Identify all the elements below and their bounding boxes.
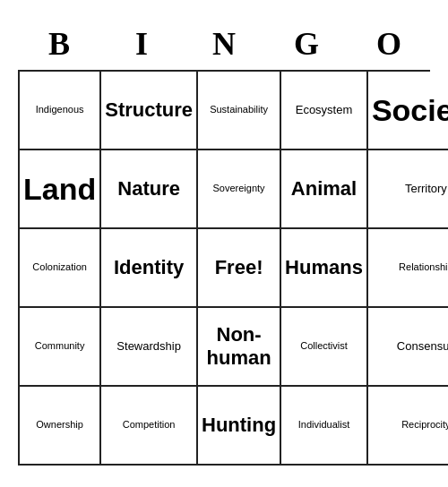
bingo-card: BINGO IndigenousStructureSustainabilityE… bbox=[9, 13, 439, 474]
cell-text: Society bbox=[372, 92, 448, 129]
bingo-cell: Hunting bbox=[198, 387, 281, 466]
header-letter: N bbox=[183, 21, 265, 66]
bingo-cell: Identity bbox=[101, 229, 198, 308]
cell-text: Free! bbox=[215, 256, 263, 279]
cell-text: Sovereignty bbox=[213, 183, 265, 194]
cell-text: Stewardship bbox=[116, 339, 181, 354]
cell-text: Territory bbox=[405, 182, 447, 196]
cell-text: Non-human bbox=[202, 323, 276, 371]
cell-text: Community bbox=[35, 340, 85, 352]
bingo-cell: Territory bbox=[368, 150, 448, 229]
bingo-cell: Non-human bbox=[198, 308, 281, 387]
cell-text: Humans bbox=[285, 256, 363, 279]
bingo-cell: Land bbox=[20, 150, 101, 229]
cell-text: Hunting bbox=[202, 414, 276, 437]
header-letter: O bbox=[348, 21, 430, 66]
cell-text: Land bbox=[23, 171, 96, 208]
bingo-cell: Reciprocity bbox=[368, 387, 448, 466]
bingo-cell: Sovereignty bbox=[198, 150, 281, 229]
bingo-cell: Collectivist bbox=[281, 308, 368, 387]
bingo-cell: Consensus bbox=[368, 308, 448, 387]
bingo-cell: Sustainability bbox=[198, 72, 281, 150]
cell-text: Ecosystem bbox=[296, 103, 353, 117]
bingo-grid: IndigenousStructureSustainabilityEcosyst… bbox=[18, 70, 430, 466]
cell-text: Colonization bbox=[32, 261, 87, 273]
cell-text: Individualist bbox=[298, 419, 349, 431]
bingo-header: BINGO bbox=[18, 21, 430, 66]
cell-text: Consensus bbox=[397, 339, 448, 354]
bingo-cell: Ecosystem bbox=[281, 72, 368, 150]
cell-text: Identity bbox=[114, 256, 184, 279]
cell-text: Animal bbox=[291, 177, 357, 201]
bingo-cell: Colonization bbox=[20, 229, 101, 308]
bingo-cell: Free! bbox=[198, 229, 281, 308]
bingo-cell: Structure bbox=[101, 72, 198, 150]
bingo-cell: Society bbox=[368, 72, 448, 150]
bingo-cell: Community bbox=[20, 308, 101, 387]
header-letter: B bbox=[18, 21, 100, 66]
cell-text: Sustainability bbox=[210, 104, 268, 115]
bingo-cell: Animal bbox=[281, 150, 368, 229]
bingo-cell: Nature bbox=[101, 150, 198, 229]
bingo-cell: Ownership bbox=[20, 387, 101, 466]
bingo-cell: Relationship bbox=[368, 229, 448, 308]
cell-text: Indigenous bbox=[36, 104, 84, 115]
bingo-cell: Indigenous bbox=[20, 72, 101, 150]
cell-text: Collectivist bbox=[300, 340, 348, 352]
bingo-cell: Individualist bbox=[281, 387, 368, 466]
bingo-cell: Competition bbox=[101, 387, 198, 466]
bingo-cell: Stewardship bbox=[101, 308, 198, 387]
cell-text: Nature bbox=[117, 177, 180, 201]
bingo-cell: Humans bbox=[281, 229, 368, 308]
cell-text: Ownership bbox=[36, 419, 83, 431]
cell-text: Reciprocity bbox=[401, 419, 448, 431]
header-letter: G bbox=[265, 21, 348, 66]
cell-text: Relationship bbox=[399, 261, 448, 273]
cell-text: Competition bbox=[123, 419, 176, 431]
cell-text: Structure bbox=[105, 98, 193, 122]
header-letter: I bbox=[100, 21, 183, 66]
